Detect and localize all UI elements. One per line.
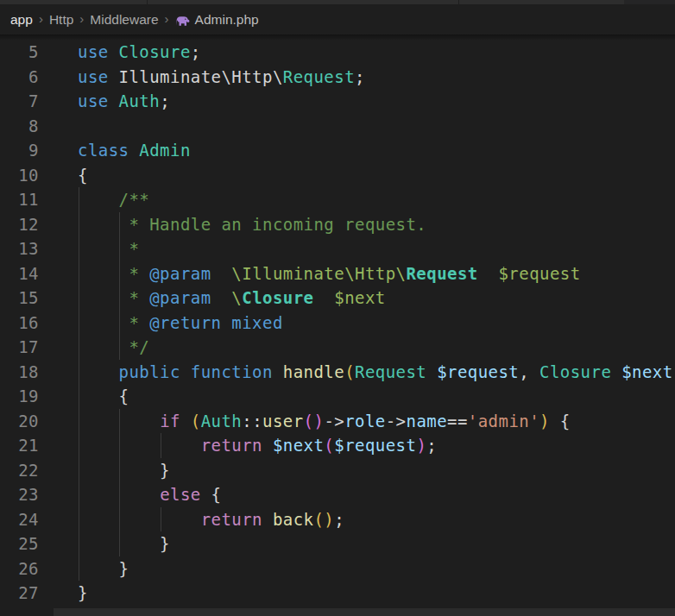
chevron-right-icon: ›	[79, 11, 84, 26]
code-text: *	[39, 236, 139, 261]
code-line-21[interactable]: 21 return $next($request);	[0, 433, 675, 458]
line-number-25[interactable]: 25	[0, 531, 39, 556]
code-text: /**	[39, 187, 149, 212]
code-text: }	[39, 458, 170, 483]
code-line-14[interactable]: 14 * @param \Illuminate\Http\Request $re…	[0, 261, 675, 286]
line-number-15[interactable]: 15	[0, 286, 39, 311]
line-number-24[interactable]: 24	[0, 507, 39, 532]
code-line-15[interactable]: 15 * @param \Closure $next	[0, 286, 675, 311]
chevron-right-icon: ›	[39, 11, 43, 26]
code-line-11[interactable]: 11 /**	[0, 187, 675, 212]
line-number-6[interactable]: 6	[0, 65, 39, 90]
line-number-7[interactable]: 7	[0, 89, 39, 114]
line-number-23[interactable]: 23	[0, 482, 39, 507]
code-text: }	[39, 531, 170, 556]
code-text: * @return mixed	[39, 311, 283, 336]
line-number-13[interactable]: 13	[0, 236, 39, 261]
code-text: use Illuminate\Http\Request;	[39, 65, 365, 90]
horizontal-scrollbar[interactable]	[54, 608, 675, 616]
code-line-26[interactable]: 26 }	[0, 556, 675, 581]
code-text: use Closure;	[39, 40, 201, 65]
code-line-16[interactable]: 16 * @return mixed	[0, 311, 675, 336]
code-editor-window: app›Http›Middleware›Admin.php 5use Closu…	[0, 0, 675, 616]
code-text: * Handle an incoming request.	[39, 212, 426, 237]
code-line-8[interactable]: 8	[0, 114, 675, 139]
line-number-16[interactable]: 16	[0, 311, 39, 336]
line-number-10[interactable]: 10	[0, 163, 39, 188]
code-text: }	[39, 556, 129, 581]
code-line-27[interactable]: 27}	[0, 581, 675, 606]
code-line-19[interactable]: 19 {	[0, 384, 675, 409]
line-number-9[interactable]: 9	[0, 138, 39, 163]
code-text: return $next($request);	[39, 433, 437, 458]
line-number-5[interactable]: 5	[0, 40, 39, 65]
line-number-26[interactable]: 26	[0, 556, 39, 581]
code-line-23[interactable]: 23 else {	[0, 482, 675, 507]
line-number-14[interactable]: 14	[0, 261, 39, 286]
line-number-11[interactable]: 11	[0, 187, 39, 212]
code-line-12[interactable]: 12 * Handle an incoming request.	[0, 212, 675, 237]
breadcrumb-item-http[interactable]: Http	[49, 12, 73, 28]
line-number-8[interactable]: 8	[0, 114, 39, 139]
code-text: public function handle(Request $request,…	[39, 360, 675, 385]
line-number-22[interactable]: 22	[0, 458, 39, 483]
breadcrumb: app›Http›Middleware›Admin.php	[0, 4, 675, 35]
code-line-5[interactable]: 5use Closure;	[0, 40, 675, 65]
code-line-9[interactable]: 9class Admin	[0, 138, 675, 163]
editor-pane[interactable]: 5use Closure;6use Illuminate\Http\Reques…	[0, 35, 675, 616]
php-elephant-icon	[175, 15, 190, 28]
line-number-18[interactable]: 18	[0, 360, 39, 385]
code-line-13[interactable]: 13 *	[0, 236, 675, 261]
code-text: return back();	[39, 507, 344, 532]
code-line-7[interactable]: 7use Auth;	[0, 89, 675, 114]
code-line-20[interactable]: 20 if (Auth::user()->role->name=='admin'…	[0, 409, 675, 434]
breadcrumb-item-middleware[interactable]: Middleware	[90, 12, 158, 28]
code-text: }	[39, 581, 88, 606]
code-line-18[interactable]: 18 public function handle(Request $reque…	[0, 360, 675, 385]
code-text: if (Auth::user()->role->name=='admin') {	[39, 409, 571, 434]
code-text: * @param \Closure $next	[39, 286, 386, 311]
chevron-right-icon: ›	[165, 11, 169, 26]
code-text: else {	[39, 482, 221, 507]
code-text: */	[39, 335, 149, 360]
line-number-20[interactable]: 20	[0, 409, 39, 434]
code-text: {	[39, 384, 129, 409]
code-text: class Admin	[39, 138, 191, 163]
code-text: use Auth;	[39, 89, 170, 114]
line-number-17[interactable]: 17	[0, 335, 39, 360]
line-number-12[interactable]: 12	[0, 212, 39, 237]
code-line-10[interactable]: 10{	[0, 163, 675, 188]
code-line-6[interactable]: 6use Illuminate\Http\Request;	[0, 65, 675, 90]
line-number-27[interactable]: 27	[0, 581, 39, 606]
code-line-24[interactable]: 24 return back();	[0, 507, 675, 532]
code-text	[39, 114, 78, 139]
breadcrumb-item-app[interactable]: app	[10, 12, 33, 28]
line-number-21[interactable]: 21	[0, 433, 39, 458]
code-line-22[interactable]: 22 }	[0, 458, 675, 483]
code-lines: 5use Closure;6use Illuminate\Http\Reques…	[0, 35, 675, 606]
code-line-17[interactable]: 17 */	[0, 335, 675, 360]
code-text: {	[39, 163, 88, 188]
breadcrumb-item-admin-php[interactable]: Admin.php	[195, 12, 259, 28]
code-line-25[interactable]: 25 }	[0, 531, 675, 556]
line-number-19[interactable]: 19	[0, 384, 39, 409]
code-text: * @param \Illuminate\Http\Request $reque…	[39, 261, 581, 286]
